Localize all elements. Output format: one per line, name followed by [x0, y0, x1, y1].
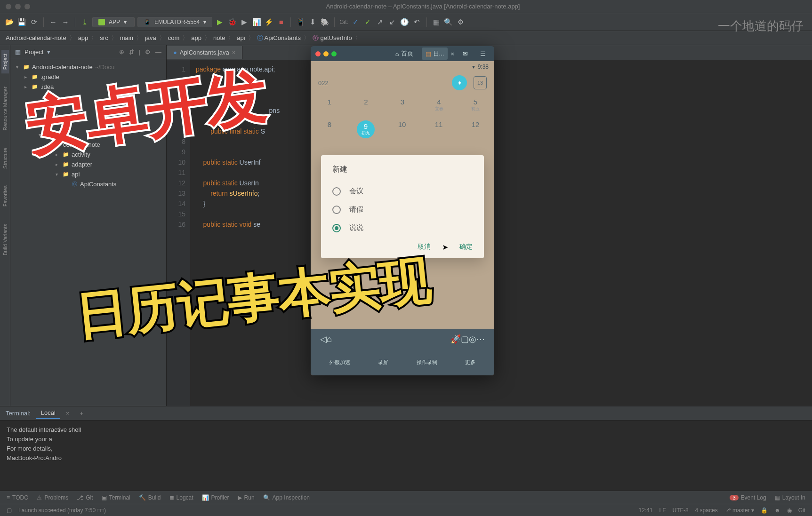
- close-icon[interactable]: ×: [66, 410, 70, 417]
- emu-calendar-tab[interactable]: ▤ 日...: [422, 48, 448, 60]
- emu-tool[interactable]: 更多: [465, 359, 475, 366]
- build-icon[interactable]: ⤓: [80, 17, 89, 27]
- side-tab-favorites[interactable]: Favorites: [1, 182, 9, 210]
- run-icon[interactable]: ▶: [215, 17, 225, 27]
- today-icon[interactable]: 13: [474, 76, 487, 89]
- dialog-option[interactable]: 说说: [332, 219, 473, 237]
- breadcrumb-item[interactable]: app: [78, 34, 88, 41]
- calendar-day[interactable]: 2: [357, 98, 376, 112]
- debug-icon[interactable]: 🐞: [227, 17, 237, 27]
- breadcrumb-item[interactable]: java: [145, 34, 156, 41]
- close-icon[interactable]: [315, 51, 321, 56]
- editor-tab[interactable]: ● ApiConstants.java ×: [167, 46, 242, 59]
- device-selector[interactable]: 📱 EMULATOR-5554 ▾: [137, 17, 212, 27]
- maximize-window-icon[interactable]: [24, 4, 30, 9]
- bottom-tab-git[interactable]: ⎇Git: [77, 494, 93, 501]
- settings-icon[interactable]: ⚙: [456, 17, 466, 27]
- chevron-down-icon[interactable]: ▾: [47, 48, 50, 56]
- profile-icon[interactable]: 📊: [252, 17, 261, 27]
- breadcrumb-item[interactable]: com: [168, 34, 180, 41]
- side-tab-project[interactable]: Project: [1, 50, 9, 73]
- gear-icon[interactable]: ⚙: [145, 48, 151, 56]
- memory-icon[interactable]: ◉: [787, 507, 792, 514]
- emu-tool[interactable]: 录屏: [378, 359, 388, 366]
- calendar-day[interactable]: 4立春: [430, 98, 449, 112]
- menu-icon[interactable]: ☰: [476, 48, 490, 59]
- caret-position[interactable]: 12:41: [639, 507, 653, 514]
- dialog-option[interactable]: 会议: [332, 182, 473, 200]
- terminal-body[interactable]: The default interactive shellTo update y…: [0, 421, 812, 468]
- search-icon[interactable]: 🔍: [444, 17, 453, 27]
- face-icon[interactable]: ☻: [774, 507, 780, 514]
- event-log[interactable]: 3Event Log: [730, 494, 766, 501]
- stop-icon[interactable]: ■: [276, 17, 286, 27]
- calendar-day[interactable]: 8: [320, 120, 339, 138]
- emu-tool[interactable]: 外服加速: [330, 359, 350, 366]
- emu-home-tab[interactable]: ⌂ 首页: [392, 48, 417, 60]
- save-icon[interactable]: 💾: [17, 17, 26, 27]
- git-commit-icon[interactable]: ✓: [363, 17, 373, 27]
- terminal-tab[interactable]: Local: [36, 407, 60, 419]
- bottom-tab-problems[interactable]: ⚠Problems: [37, 494, 68, 501]
- coverage-icon[interactable]: ▶: [240, 17, 249, 27]
- breadcrumb-item[interactable]: src: [100, 34, 108, 41]
- breadcrumb-item[interactable]: ⓒ ApiConstants: [257, 34, 301, 42]
- breadcrumb-item[interactable]: note: [213, 34, 225, 41]
- sync-icon[interactable]: ⟳: [29, 17, 39, 27]
- calendar-day[interactable]: 3: [393, 98, 412, 112]
- close-tab-icon[interactable]: ×: [450, 50, 454, 57]
- add-button[interactable]: ✦: [452, 75, 467, 90]
- confirm-button[interactable]: 确定: [459, 243, 473, 252]
- attach-icon[interactable]: ⚡: [264, 17, 273, 27]
- record-icon[interactable]: ▢: [461, 334, 469, 344]
- tree-item[interactable]: ▾📁api: [10, 169, 166, 179]
- file-encoding[interactable]: UTF-8: [673, 507, 689, 514]
- breadcrumb-item[interactable]: ⓜ getUserInfo: [313, 34, 352, 42]
- rocket-icon[interactable]: 🚀: [450, 334, 461, 344]
- close-icon[interactable]: ×: [232, 49, 236, 56]
- line-separator[interactable]: LF: [659, 507, 666, 514]
- bottom-tab-logcat[interactable]: ≣Logcat: [169, 494, 193, 501]
- github-label[interactable]: Git: [798, 507, 805, 514]
- avd-icon[interactable]: 📱: [296, 17, 305, 27]
- git-rollback-icon[interactable]: ↶: [412, 17, 422, 27]
- back-icon[interactable]: ←: [48, 17, 58, 27]
- bottom-tab-profiler[interactable]: 📊Profiler: [202, 494, 229, 501]
- hide-icon[interactable]: —: [155, 48, 161, 56]
- emu-tool[interactable]: 操作录制: [417, 359, 437, 366]
- add-tab-icon[interactable]: +: [80, 410, 83, 417]
- breadcrumb-item[interactable]: main: [120, 34, 133, 41]
- sdk-icon[interactable]: ⬇: [308, 17, 317, 27]
- more-icon[interactable]: ⋯: [476, 334, 485, 344]
- calendar-day[interactable]: 1: [320, 98, 339, 112]
- side-tab-resource-manager[interactable]: Resource Manager: [1, 83, 9, 135]
- git-update-icon[interactable]: ✓: [351, 17, 361, 27]
- git-push-icon[interactable]: ↗: [376, 17, 385, 27]
- side-tab-build-variants[interactable]: Build Variants: [1, 220, 9, 259]
- calendar-day[interactable]: 9初九: [357, 120, 375, 138]
- side-tab-structure[interactable]: Structure: [1, 144, 9, 173]
- indent-setting[interactable]: 4 spaces: [695, 507, 718, 514]
- bottom-tab-terminal[interactable]: ▣Terminal: [102, 494, 130, 501]
- calendar-day[interactable]: 12: [466, 120, 485, 138]
- minimize-window-icon[interactable]: [15, 4, 21, 9]
- target-icon[interactable]: ◎: [469, 334, 476, 344]
- target-icon[interactable]: ⊕: [119, 48, 124, 56]
- run-config-selector[interactable]: APP ▾: [92, 17, 135, 27]
- maximize-icon[interactable]: [331, 51, 337, 56]
- minimize-icon[interactable]: [323, 51, 329, 56]
- breadcrumb-item[interactable]: app: [191, 34, 201, 41]
- dialog-option[interactable]: 请假: [332, 200, 473, 219]
- forward-icon[interactable]: →: [61, 17, 70, 27]
- git-branch[interactable]: ⎇ master ▾: [724, 507, 754, 514]
- code-body[interactable]: package com.app.note.api; pns publ publi…: [190, 60, 812, 406]
- calendar-day[interactable]: 11: [429, 120, 448, 138]
- layout-inspector[interactable]: ▦Layout In: [775, 494, 805, 501]
- breadcrumb-item[interactable]: api: [237, 34, 245, 41]
- calendar-day[interactable]: 5初五: [466, 98, 485, 112]
- bottom-tab-app-inspection[interactable]: 🔍App Inspection: [263, 494, 310, 501]
- tree-item[interactable]: ⓒApiConstants: [10, 179, 166, 189]
- home-icon[interactable]: ⌂: [327, 334, 332, 344]
- breadcrumb-item[interactable]: Android-calendar-note: [6, 34, 66, 41]
- back-icon[interactable]: ◁: [320, 334, 327, 344]
